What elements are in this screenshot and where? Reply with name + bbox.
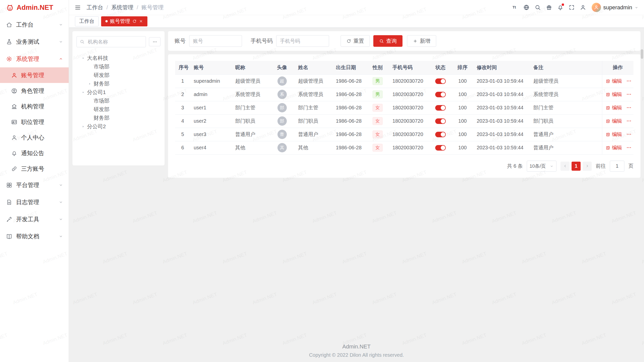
logo-title: Admin.NET [17,4,53,12]
column-header-nickname: 昵称 [232,61,269,74]
edit-button[interactable]: 编辑 [606,104,622,111]
search-icon[interactable] [532,2,543,13]
org-more-button[interactable] [149,37,160,46]
font-size-icon[interactable]: Tt [509,2,521,13]
table-row: 5 user3 普通用户 普 普通用户 1986-06-28 女 1802003… [175,128,633,141]
sidebar-item-workbench[interactable]: 工作台 [0,16,69,33]
tree-node[interactable]: 财务部 [76,79,160,88]
tree-node[interactable]: 研发部 [76,105,160,114]
topbar-actions: Tt superadmin [509,2,638,13]
caret-right-icon[interactable] [81,124,85,129]
row-more-button[interactable] [626,92,632,97]
caret-down-icon[interactable] [81,90,85,95]
edit-button[interactable]: 编辑 [606,118,622,124]
sidebar-item-org-mgmt[interactable]: 机构管理 [0,99,69,114]
tree-node[interactable]: 研发部 [76,71,160,79]
gender-tag: 女 [373,104,383,112]
caret-down-icon[interactable] [81,56,85,60]
sidebar-item-label: 账号管理 [21,71,63,79]
chevron-down-icon [634,6,638,10]
account-input[interactable] [189,35,242,47]
globe-icon[interactable] [521,2,532,13]
gift-icon[interactable] [543,2,555,13]
reset-button[interactable]: 重置 [341,35,370,47]
edit-button[interactable]: 编辑 [606,131,622,138]
edit-button[interactable]: 编辑 [606,91,622,98]
cell-gender: 女 [366,114,389,128]
status-toggle[interactable] [435,105,446,111]
row-more-button[interactable] [626,145,632,150]
edit-button[interactable]: 编辑 [606,144,622,151]
tab-workbench[interactable]: 工作台 [75,16,99,26]
cell-sort: 100 [452,141,473,154]
header-icons: Tt [509,2,589,13]
status-toggle[interactable] [435,92,446,97]
column-header-name: 姓名 [295,61,332,74]
cell-index: 5 [175,128,190,141]
sidebar-item-help-docs[interactable]: 帮助文档 [0,228,69,245]
tree-node[interactable]: 分公司2 [76,122,160,131]
edit-button[interactable]: 编辑 [606,78,622,84]
sidebar-item-system-mgmt[interactable]: 系统管理 [0,50,69,67]
book-icon [6,233,12,240]
hamburger-icon[interactable] [74,4,81,11]
cell-sort: 100 [452,88,473,101]
cell-status [429,74,452,88]
breadcrumb-item[interactable]: 账号管理 [141,4,164,11]
tree-node[interactable]: 市场部 [76,62,160,71]
goto-page-input[interactable] [610,161,624,172]
gender-tag: 男 [373,77,383,85]
tree-node[interactable]: 分公司1 [76,88,160,97]
sidebar-item-dev-tools[interactable]: 开发工具 [0,211,69,228]
person-icon[interactable] [577,2,589,13]
status-toggle[interactable] [435,118,446,124]
row-more-button[interactable] [626,78,632,84]
status-toggle[interactable] [435,78,446,84]
person-icon [580,4,586,11]
breadcrumb-item[interactable]: 系统管理 [111,4,133,11]
next-page-button[interactable] [583,162,592,171]
caret-right-icon[interactable] [88,82,92,86]
sidebar-item-third-party[interactable]: 三方账号 [0,161,69,176]
tree-node[interactable]: 财务部 [76,114,160,122]
sidebar-item-business-test[interactable]: 业务测试 [0,33,69,50]
org-search-input[interactable] [76,36,146,47]
tab-account-mgmt[interactable]: 账号管理 [101,16,147,26]
cell-phone: 18020030720 [389,74,429,88]
sidebar-item-account-mgmt[interactable]: 账号管理 [0,67,69,83]
sidebar-item-platform-mgmt[interactable]: 平台管理 [0,176,69,194]
refresh-icon[interactable] [132,19,137,23]
fullscreen-icon[interactable] [566,2,577,13]
page-size-select[interactable]: 10条/页 [527,161,556,172]
scrollbar-thumb[interactable] [641,49,643,59]
app-logo[interactable]: Admin.NET [0,0,69,15]
sidebar-item-notice[interactable]: 通知公告 [0,145,69,161]
user-menu[interactable]: superadmin [592,3,638,12]
status-toggle[interactable] [435,145,446,151]
status-toggle[interactable] [435,132,446,137]
tree-node[interactable]: 大名科技 [76,54,160,62]
content-area: 大名科技市场部研发部财务部分公司1市场部研发部财务部分公司2 账号 手机号码 重… [69,28,644,178]
sidebar-item-role-mgmt[interactable]: 角色管理 [0,83,69,99]
bell-icon[interactable] [555,2,566,13]
row-more-button[interactable] [626,118,632,124]
tree-node[interactable]: 市场部 [76,97,160,105]
row-avatar: 超 [277,76,287,86]
cell-index: 3 [175,101,190,114]
row-more-button[interactable] [626,131,632,137]
search-button[interactable]: 查询 [373,35,403,47]
phone-input[interactable] [276,35,329,47]
cell-birthday: 1986-06-28 [332,141,366,154]
sidebar-item-log-mgmt[interactable]: 日志管理 [0,194,69,211]
breadcrumb-item[interactable]: 工作台 [87,4,103,11]
add-button[interactable]: 新增 [407,35,436,47]
sidebar-item-position-mgmt[interactable]: 职位管理 [0,114,69,130]
sidebar-item-personal-center[interactable]: 个人中心 [0,130,69,145]
accounts-table: 序号账号昵称头像姓名出生日期性别手机号码状态排序修改时间备注操作 1 super… [175,61,633,155]
page-button-1[interactable]: 1 [572,162,581,171]
row-more-button[interactable] [626,105,632,110]
prev-page-button[interactable] [560,162,570,171]
tree-node-label: 分公司1 [87,89,106,96]
close-icon[interactable] [139,19,143,23]
cell-modified: 2023-01-03 10:59:44 [473,88,530,101]
